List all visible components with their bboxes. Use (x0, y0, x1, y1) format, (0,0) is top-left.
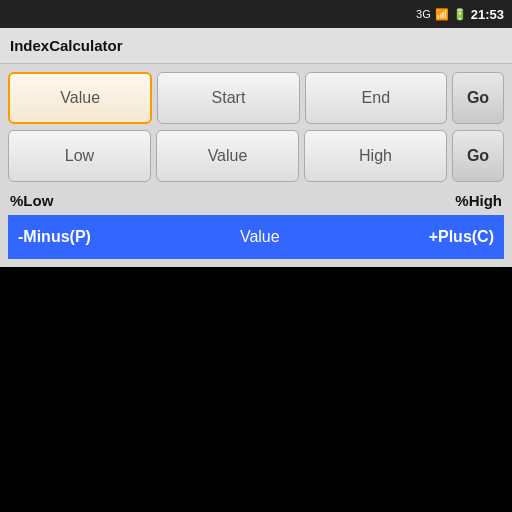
high-percent-label: %High (455, 192, 502, 209)
bottom-area (0, 267, 512, 499)
low-percent-label: %Low (10, 192, 53, 209)
network-icon: 3G (416, 8, 431, 20)
status-icons: 3G 📶 🔋 21:53 (416, 7, 504, 22)
start-button[interactable]: Start (157, 72, 299, 124)
clock: 21:53 (471, 7, 504, 22)
title-bar: IndexCalculator (0, 28, 512, 64)
signal-bars-icon: 📶 (435, 8, 449, 21)
plus-label: +Plus(C) (429, 228, 494, 246)
value-button-1[interactable]: Value (8, 72, 152, 124)
high-button[interactable]: High (304, 130, 447, 182)
app-body: Value Start End Go Low Value High Go %Lo… (0, 64, 512, 267)
end-button[interactable]: End (305, 72, 447, 124)
button-row-2: Low Value High Go (8, 130, 504, 182)
minus-label: -Minus(P) (18, 228, 91, 246)
status-bar: 3G 📶 🔋 21:53 (0, 0, 512, 28)
app-title: IndexCalculator (10, 37, 123, 54)
low-button[interactable]: Low (8, 130, 151, 182)
labels-row: %Low %High (8, 188, 504, 213)
result-value-label: Value (240, 228, 280, 246)
value-button-2[interactable]: Value (156, 130, 299, 182)
result-row: -Minus(P) Value +Plus(C) (8, 215, 504, 259)
go-button-1[interactable]: Go (452, 72, 504, 124)
battery-icon: 🔋 (453, 8, 467, 21)
button-row-1: Value Start End Go (8, 72, 504, 124)
go-button-2[interactable]: Go (452, 130, 504, 182)
